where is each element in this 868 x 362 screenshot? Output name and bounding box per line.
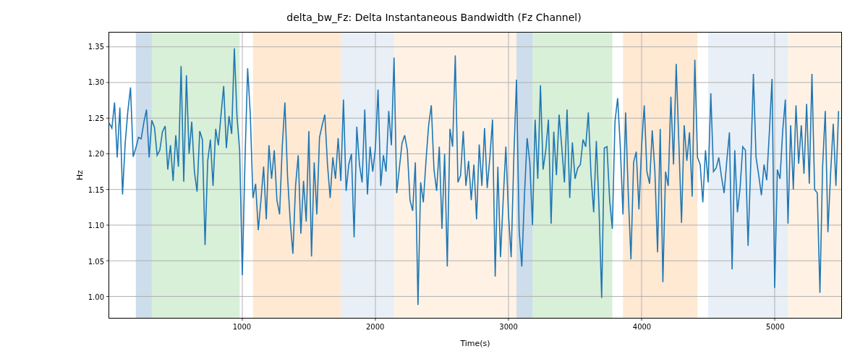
region: [341, 33, 394, 318]
xtick-label: 1000: [233, 323, 251, 331]
region: [532, 33, 612, 318]
x-axis-label: Time(s): [109, 339, 842, 348]
y-axis-label: Hz: [75, 32, 87, 319]
chart-title: delta_bw_Fz: Delta Instantaneous Bandwid…: [0, 12, 868, 23]
region: [136, 33, 152, 318]
plot-area: [109, 32, 842, 319]
xtick-label: 4000: [633, 323, 651, 331]
xtick-label: 2000: [366, 323, 384, 331]
figure: delta_bw_Fz: Delta Instantaneous Bandwid…: [0, 0, 868, 362]
region: [623, 33, 697, 318]
xtick-label: 3000: [499, 323, 517, 331]
plot-svg: [109, 33, 841, 318]
region: [152, 33, 239, 318]
xtick-label: 5000: [766, 323, 784, 331]
region: [708, 33, 788, 318]
